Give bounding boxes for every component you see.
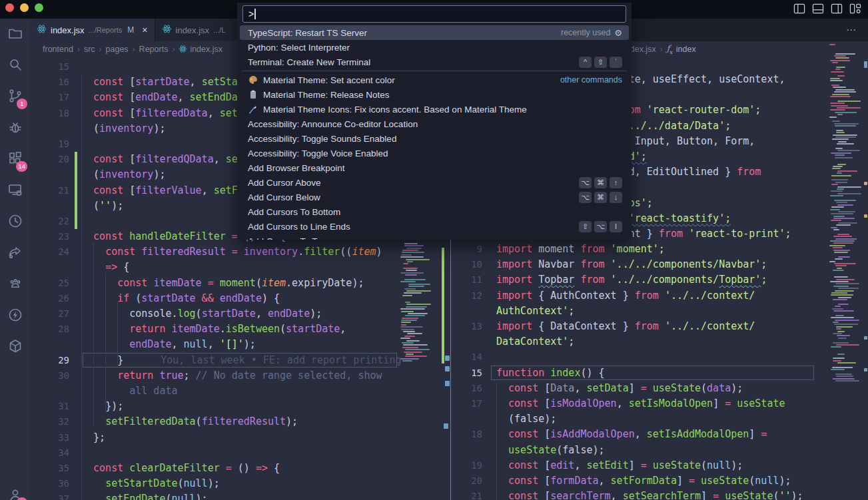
code-text: };: [81, 430, 105, 445]
code-line[interactable]: 21 const [searchTerm, setSearchTerm] = u…: [452, 489, 868, 500]
line-number: 20: [452, 473, 482, 489]
maximize-window-button[interactable]: [35, 3, 43, 12]
close-window-button[interactable]: [5, 3, 14, 12]
code-line[interactable]: 37 setEndDate(null);: [30, 491, 450, 500]
vscode-window: 114 index.jsx .../Reports M × index.jsx …: [0, 0, 868, 500]
close-tab-icon[interactable]: ×: [142, 25, 147, 35]
code-line[interactable]: 18 const [isAddModalOpen, setIsAddModalO…: [452, 427, 868, 442]
activity-item-codetour[interactable]: [0, 270, 30, 297]
ruler-warning-marker: [864, 214, 867, 218]
code-line[interactable]: 13import { DataContext } from '../../con…: [452, 319, 868, 334]
command-item[interactable]: Add Cursor Above⌥⌘↑: [240, 175, 629, 190]
tab-directory: .../Reports: [89, 26, 123, 34]
live-share-icon: [7, 244, 23, 260]
indent-guide: [496, 383, 497, 500]
command-item[interactable]: Terminal: Create New Terminal^⇧`: [240, 55, 629, 69]
code-line[interactable]: 11import Topbar from '../../components/T…: [452, 272, 868, 288]
react-file-icon: [179, 45, 187, 53]
code-line[interactable]: 19 const [edit, setEdit] = useState(null…: [452, 458, 868, 473]
more-actions-icon[interactable]: ⋯: [846, 24, 857, 36]
code-text: useState(false);: [496, 443, 605, 458]
brush-icon: [248, 104, 258, 115]
chevron-right-icon: ›: [172, 45, 175, 54]
activity-item-source-control[interactable]: 1: [0, 83, 30, 109]
code-line[interactable]: 35 const clearDateFilter = () => {: [30, 461, 450, 476]
badge: 14: [16, 161, 27, 172]
code-text: }You, last week • FE: add report printin…: [81, 353, 401, 368]
command-item[interactable]: Add Browser Breakpoint: [240, 160, 629, 175]
line-number: 19: [30, 136, 69, 152]
activity-item-live-share[interactable]: [0, 239, 30, 266]
code-line[interactable]: 14: [452, 350, 868, 365]
command-label: Terminal: Create New Terminal: [248, 57, 370, 67]
code-text: const [searchTerm, setSearchTerm] = useS…: [496, 489, 803, 500]
code-line[interactable]: (false);: [452, 411, 868, 427]
breadcrumb-item[interactable]: index.jsx: [190, 45, 222, 54]
command-item[interactable]: Accessibility: Toggle Sounds Enabled: [240, 131, 629, 146]
breadcrumb-item[interactable]: pages: [106, 45, 129, 54]
command-item[interactable]: Material Theme: Release Notes: [240, 87, 629, 102]
activity-item-remote-explorer[interactable]: [0, 176, 30, 203]
command-label: TypeScript: Restart TS Server: [248, 28, 367, 38]
command-item[interactable]: Add Cursors to Line Ends⇧⌥I: [240, 219, 629, 234]
command-item[interactable]: Material Theme: Set accent colorother co…: [240, 73, 629, 87]
activity-item-search[interactable]: [0, 51, 30, 78]
command-item[interactable]: TypeScript: Restart TS Serverrecently us…: [240, 25, 629, 40]
code-line[interactable]: 12import { AuthContext } from '../../con…: [452, 288, 868, 304]
customize-layout-icon[interactable]: [849, 3, 861, 14]
code-text: DataContext';: [496, 334, 574, 350]
command-item[interactable]: Add Cursors To Top: [240, 234, 629, 240]
command-item[interactable]: Add Cursor Below⌥⌘↓: [240, 190, 629, 204]
ruler-added-marker: [442, 248, 444, 364]
command-input[interactable]: >: [242, 5, 626, 23]
activity-item-explorer[interactable]: [0, 20, 30, 47]
breadcrumb-item[interactable]: Reports: [139, 45, 169, 54]
code-line[interactable]: 16 const [Data, setData] = useState(data…: [452, 381, 868, 396]
activity-item-package[interactable]: [0, 333, 30, 360]
minimize-window-button[interactable]: [20, 3, 29, 12]
command-item[interactable]: Accessibility: Toggle Voice Enabled: [240, 146, 629, 160]
line-number: 17: [30, 90, 69, 105]
list-separator: [241, 71, 628, 71]
toggle-sidebar-left-icon[interactable]: [793, 3, 805, 14]
command-list: TypeScript: Restart TS Serverrecently us…: [240, 25, 629, 240]
activity-item-thunder-client[interactable]: [0, 302, 30, 328]
toggle-sidebar-right-icon[interactable]: [831, 3, 843, 14]
breadcrumb-item[interactable]: src: [84, 45, 95, 54]
tab-index-jsx-reports[interactable]: index.jsx .../Reports M ×: [30, 19, 155, 41]
code-line[interactable]: 36 setStartDate(null);: [30, 476, 450, 491]
command-item[interactable]: Accessibility: Announce Co-editor Locati…: [240, 117, 629, 131]
activity-item-gitlens[interactable]: [0, 208, 30, 234]
activity-item-debug[interactable]: [0, 114, 30, 140]
toggle-panel-icon[interactable]: [812, 3, 824, 14]
keybinding: ⌥⌘↑: [579, 177, 622, 188]
activity-item-extensions[interactable]: 14: [0, 145, 30, 172]
code-line[interactable]: 34: [30, 445, 450, 461]
code-line[interactable]: DataContext';: [452, 334, 868, 350]
git-added-gutter: [75, 167, 77, 182]
code-line[interactable]: useState(false);: [452, 443, 868, 458]
code-line[interactable]: AuthContext';: [452, 304, 868, 319]
code-line[interactable]: 15function index() {: [452, 366, 868, 381]
other-commands-link[interactable]: other commands: [560, 75, 622, 85]
breadcrumb-item[interactable]: frontend: [43, 45, 73, 54]
minimap[interactable]: [829, 44, 864, 383]
code-line[interactable]: 9import moment from 'moment';: [452, 242, 868, 257]
gear-icon[interactable]: ⚙: [614, 28, 622, 38]
code-line[interactable]: 33 };: [30, 430, 450, 445]
line-number: 15: [452, 366, 482, 381]
code-line[interactable]: 10import Navbar from '../../components/N…: [452, 257, 868, 272]
code-line[interactable]: 20 const [formData, setFormData] = useSt…: [452, 473, 868, 489]
minimap[interactable]: [400, 238, 430, 362]
activity-item-account[interactable]: [0, 481, 30, 500]
code-line[interactable]: 17 const [isModalOpen, setIsModalOpen] =…: [452, 396, 868, 411]
line-number: 21: [30, 183, 69, 198]
command-item[interactable]: Python: Select Interpreter: [240, 40, 629, 55]
command-item[interactable]: Material Theme Icons: Fix icons accent. …: [240, 102, 629, 117]
code-text: (inventory);: [81, 121, 165, 136]
breadcrumb-symbol[interactable]: index: [676, 45, 696, 54]
indent-guide: [105, 272, 106, 411]
git-added-gutter: [75, 198, 77, 214]
chevron-right-icon: ›: [133, 45, 135, 54]
command-item[interactable]: Add Cursors To Bottom: [240, 204, 629, 219]
